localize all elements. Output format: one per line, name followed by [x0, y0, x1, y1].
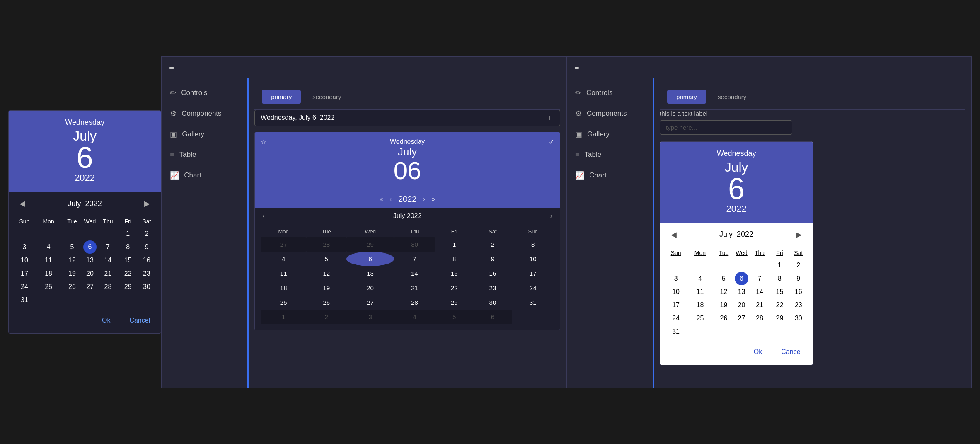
sidebar-item-components[interactable]: ⚙Components: [162, 103, 247, 124]
cal-day-cell[interactable]: 24: [13, 280, 36, 294]
cal-day-cell[interactable]: 18: [36, 267, 61, 280]
sidebar-item-gallery[interactable]: ▣Gallery: [567, 124, 653, 145]
cal-day-cell[interactable]: 17: [664, 298, 687, 312]
cal-day-cell[interactable]: 25: [687, 312, 713, 325]
tab-secondary[interactable]: secondary: [709, 90, 755, 104]
cal-day-cell[interactable]: 20: [83, 267, 97, 280]
cal-day-cell[interactable]: 15: [771, 285, 788, 298]
inline-cal-day-cell[interactable]: 13: [346, 266, 394, 281]
cal-day-cell[interactable]: 19: [713, 298, 735, 312]
inline-cal-day-cell[interactable]: 26: [306, 295, 346, 310]
cal-cancel-left[interactable]: Cancel: [126, 315, 153, 326]
inline-cal-day-cell[interactable]: 23: [474, 281, 512, 295]
cal-day-cell[interactable]: 8: [771, 272, 788, 285]
cal-day-cell[interactable]: 14: [748, 285, 771, 298]
cal-day-cell[interactable]: 10: [13, 254, 36, 267]
inline-cal-day-cell[interactable]: 25: [261, 295, 306, 310]
inline-cal-day-cell[interactable]: 1: [435, 237, 474, 252]
inline-cal-day-cell[interactable]: 14: [394, 266, 435, 281]
cal-day-cell[interactable]: 3: [664, 272, 687, 285]
inline-cal-day-cell[interactable]: 29: [346, 237, 394, 252]
inline-cal-day-cell[interactable]: 5: [306, 252, 346, 266]
sidebar-item-chart[interactable]: 📈Chart: [162, 165, 247, 186]
cal-day-cell[interactable]: 21: [748, 298, 771, 312]
inline-cal-day-cell[interactable]: 8: [435, 252, 474, 266]
cal-day-cell[interactable]: 13: [83, 254, 97, 267]
cal-day-cell[interactable]: 9: [789, 272, 809, 285]
cal-day-cell[interactable]: 30: [789, 312, 809, 325]
inline-cal-day-cell[interactable]: 30: [394, 237, 435, 252]
inline-cal-day-cell[interactable]: 28: [394, 295, 435, 310]
cal-day-cell[interactable]: 4: [36, 240, 61, 254]
inline-cal-day-cell[interactable]: 1: [261, 310, 306, 324]
cal-day-cell[interactable]: 6: [83, 240, 97, 254]
cal-day-cell[interactable]: 22: [119, 267, 137, 280]
cal-day-cell[interactable]: 23: [137, 267, 157, 280]
cal-next-left[interactable]: ▶: [141, 197, 153, 210]
inline-cal-day-cell[interactable]: 18: [261, 281, 306, 295]
sidebar-item-gallery[interactable]: ▣Gallery: [162, 124, 247, 145]
cal-day-cell[interactable]: 25: [36, 280, 61, 294]
inline-cal-prev[interactable]: ‹: [262, 212, 264, 220]
cal-day-cell[interactable]: 23: [789, 298, 809, 312]
inline-cal-day-cell[interactable]: 6: [346, 252, 394, 266]
cal-prev-left[interactable]: ◀: [16, 197, 29, 210]
inline-cal-next[interactable]: ›: [550, 212, 552, 220]
year-prev-prev[interactable]: «: [380, 196, 383, 202]
cal-day-cell[interactable]: 5: [61, 240, 83, 254]
cal-day-cell[interactable]: 27: [83, 280, 97, 294]
cal-day-cell[interactable]: 19: [61, 267, 83, 280]
cal-day-cell[interactable]: 5: [713, 272, 735, 285]
cal-day-cell[interactable]: 16: [789, 285, 809, 298]
cal-day-cell[interactable]: 18: [687, 298, 713, 312]
cal-day-cell[interactable]: 14: [97, 254, 119, 267]
cal-ok-left[interactable]: Ok: [99, 315, 114, 326]
cal-day-cell[interactable]: 28: [748, 312, 771, 325]
cal-prev-right[interactable]: ◀: [668, 228, 680, 241]
inline-cal-day-cell[interactable]: 24: [512, 281, 554, 295]
inline-cal-day-cell[interactable]: 5: [435, 310, 474, 324]
cal-next-right[interactable]: ▶: [793, 228, 805, 241]
tab-secondary[interactable]: secondary: [303, 90, 350, 104]
year-next-next[interactable]: »: [432, 196, 435, 202]
inline-cal-day-cell[interactable]: 7: [394, 252, 435, 266]
inline-cal-day-cell[interactable]: 2: [306, 310, 346, 324]
cal-day-cell[interactable]: 4: [687, 272, 713, 285]
inline-cal-day-cell[interactable]: 4: [261, 252, 306, 266]
cal-day-cell[interactable]: 29: [119, 280, 137, 294]
inline-cal-day-cell[interactable]: 15: [435, 266, 474, 281]
inline-cal-day-cell[interactable]: 11: [261, 266, 306, 281]
cal-day-cell[interactable]: 2: [137, 227, 157, 240]
inline-cal-day-cell[interactable]: 19: [306, 281, 346, 295]
cal-day-cell[interactable]: 30: [137, 280, 157, 294]
inline-cal-day-cell[interactable]: 20: [346, 281, 394, 295]
cal-day-cell[interactable]: 28: [97, 280, 119, 294]
cal-day-cell[interactable]: 31: [13, 294, 36, 307]
hamburger-middle[interactable]: ≡: [169, 63, 174, 72]
inline-cal-day-cell[interactable]: 27: [346, 295, 394, 310]
cal-day-cell[interactable]: 15: [119, 254, 137, 267]
inline-cal-day-cell[interactable]: 28: [306, 237, 346, 252]
inline-cal-day-cell[interactable]: 30: [474, 295, 512, 310]
inline-cal-day-cell[interactable]: 2: [474, 237, 512, 252]
inline-cal-day-cell[interactable]: 6: [474, 310, 512, 324]
sidebar-item-components[interactable]: ⚙Components: [567, 103, 653, 124]
cal-day-cell[interactable]: 20: [735, 298, 748, 312]
cal-day-cell[interactable]: 12: [61, 254, 83, 267]
cal-ok-right[interactable]: Ok: [750, 347, 765, 357]
cal-day-cell[interactable]: 2: [789, 259, 809, 272]
date-input-middle[interactable]: Wednesday, July 6, 2022 □: [254, 110, 560, 126]
cal-day-cell[interactable]: 3: [13, 240, 36, 254]
inline-cal-day-cell[interactable]: 3: [512, 237, 554, 252]
cal-day-cell[interactable]: 7: [748, 272, 771, 285]
check-icon[interactable]: ✓: [549, 138, 554, 146]
cal-day-cell[interactable]: 11: [687, 285, 713, 298]
cal-day-cell[interactable]: 6: [735, 272, 748, 285]
cal-day-cell[interactable]: 22: [771, 298, 788, 312]
cal-day-cell[interactable]: 7: [97, 240, 119, 254]
cal-day-cell[interactable]: 1: [119, 227, 137, 240]
cal-cancel-right[interactable]: Cancel: [778, 347, 805, 357]
cal-day-cell[interactable]: 24: [664, 312, 687, 325]
inline-cal-day-cell[interactable]: 3: [346, 310, 394, 324]
inline-cal-day-cell[interactable]: 31: [512, 295, 554, 310]
